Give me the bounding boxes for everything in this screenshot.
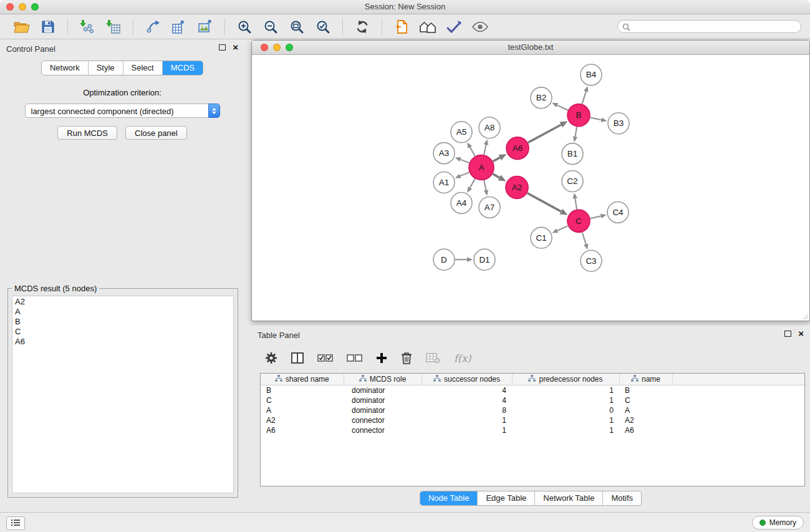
float-panel-icon[interactable] bbox=[219, 44, 226, 51]
cell-mcds-role[interactable]: connector bbox=[344, 425, 422, 435]
session-document-icon[interactable] bbox=[392, 17, 411, 37]
edge-A2-C[interactable] bbox=[528, 193, 568, 215]
graph-node-C3[interactable]: C3 bbox=[581, 250, 602, 271]
close-panel-icon[interactable]: × bbox=[798, 330, 804, 337]
cell-shared-name[interactable]: C bbox=[261, 395, 344, 405]
tab-select[interactable]: Select bbox=[123, 61, 162, 75]
open-folder-icon[interactable] bbox=[12, 17, 31, 37]
network-graph[interactable]: AA6A2BCA1A3A4A5A7A8B1B2B3B4C1C2C3C4DD1 bbox=[252, 55, 809, 321]
delete-table-icon[interactable] bbox=[426, 353, 440, 364]
cell-predecessor-nodes[interactable]: 0 bbox=[512, 405, 619, 415]
vertical-splitter[interactable] bbox=[244, 39, 251, 511]
save-icon[interactable] bbox=[39, 17, 57, 37]
cell-predecessor-nodes[interactable]: 1 bbox=[512, 425, 619, 435]
cell-predecessor-nodes[interactable]: 1 bbox=[512, 415, 619, 425]
cell-name[interactable]: A6 bbox=[619, 425, 672, 435]
graph-node-C4[interactable]: C4 bbox=[607, 201, 629, 223]
edge-A-A2[interactable] bbox=[493, 174, 506, 181]
resize-grip-icon[interactable] bbox=[803, 314, 809, 320]
edge-D-D1[interactable] bbox=[455, 257, 473, 262]
edge-A-A4[interactable] bbox=[467, 179, 475, 193]
mcds-result-item[interactable]: A2 bbox=[12, 297, 233, 307]
eye-icon[interactable] bbox=[471, 17, 489, 37]
column-header-shared-name[interactable]: shared name bbox=[261, 374, 344, 385]
table-tab-motifs[interactable]: Motifs bbox=[602, 491, 641, 505]
graph-node-B4[interactable]: B4 bbox=[581, 64, 602, 85]
cell-shared-name[interactable]: A6 bbox=[261, 425, 344, 435]
table-tab-network-table[interactable]: Network Table bbox=[534, 491, 602, 505]
graph-node-A8[interactable]: A8 bbox=[479, 117, 500, 138]
graph-node-A3[interactable]: A3 bbox=[433, 143, 455, 164]
cell-name[interactable]: C bbox=[619, 395, 672, 405]
mcds-result-item[interactable]: A bbox=[12, 307, 233, 317]
graph-node-C[interactable]: C bbox=[567, 210, 590, 232]
graph-node-C1[interactable]: C1 bbox=[531, 227, 552, 248]
column-header-mcds-role[interactable]: MCDS role bbox=[344, 374, 422, 385]
cell-predecessor-nodes[interactable]: 1 bbox=[512, 395, 619, 405]
graph-node-B3[interactable]: B3 bbox=[608, 113, 629, 134]
cell-successor-nodes[interactable]: 8 bbox=[422, 405, 512, 415]
edge-C-C1[interactable] bbox=[552, 226, 567, 233]
edge-B-B4[interactable] bbox=[582, 86, 589, 104]
column-header-successor-nodes[interactable]: successor nodes bbox=[422, 374, 512, 385]
cell-mcds-role[interactable]: dominator bbox=[344, 395, 422, 405]
cell-name[interactable]: A bbox=[619, 405, 672, 415]
cell-predecessor-nodes[interactable]: 1 bbox=[512, 385, 619, 396]
cell-shared-name[interactable]: A bbox=[261, 405, 344, 415]
zoom-selected-icon[interactable] bbox=[314, 17, 332, 37]
function-builder-icon[interactable]: f(x) bbox=[454, 352, 471, 364]
edge-C-C4[interactable] bbox=[591, 214, 607, 218]
table-row-a2[interactable]: A2connector11A2 bbox=[261, 415, 804, 425]
cell-shared-name[interactable]: A2 bbox=[261, 415, 344, 425]
horizontal-splitter[interactable] bbox=[251, 321, 810, 326]
deselect-all-icon[interactable] bbox=[347, 354, 362, 362]
memory-button[interactable]: Memory bbox=[752, 516, 804, 530]
graph-node-A7[interactable]: A7 bbox=[479, 196, 500, 218]
graph-node-A[interactable]: A bbox=[469, 155, 494, 180]
graph-node-D1[interactable]: D1 bbox=[474, 249, 495, 270]
cell-successor-nodes[interactable]: 4 bbox=[422, 385, 512, 396]
edge-A-A1[interactable] bbox=[455, 172, 470, 178]
edge-C-C3[interactable] bbox=[582, 232, 589, 249]
mcds-result-list[interactable]: A2ABCA6 bbox=[12, 296, 234, 493]
refresh-icon[interactable] bbox=[353, 17, 372, 37]
graph-node-B2[interactable]: B2 bbox=[531, 87, 552, 109]
export-network-icon[interactable] bbox=[143, 17, 162, 37]
cell-name[interactable]: B bbox=[619, 385, 672, 396]
settings-gear-icon[interactable] bbox=[265, 352, 277, 364]
edge-A-A6[interactable] bbox=[493, 154, 507, 162]
table-row-a[interactable]: Adominator80A bbox=[261, 405, 804, 415]
close-panel-button[interactable]: Close panel bbox=[125, 126, 187, 140]
graph-node-A6[interactable]: A6 bbox=[506, 137, 529, 160]
cell-mcds-role[interactable]: dominator bbox=[344, 405, 422, 415]
annotation-check-icon[interactable] bbox=[445, 17, 463, 37]
tab-mcds[interactable]: MCDS bbox=[162, 61, 203, 75]
graph-node-B[interactable]: B bbox=[567, 104, 590, 127]
table-tab-node-table[interactable]: Node Table bbox=[420, 491, 478, 505]
tab-style[interactable]: Style bbox=[88, 61, 123, 75]
toolbar-search-input[interactable] bbox=[617, 20, 801, 33]
cell-successor-nodes[interactable]: 1 bbox=[422, 415, 512, 425]
edge-B-B1[interactable] bbox=[573, 127, 577, 142]
network-canvas[interactable]: AA6A2BCA1A3A4A5A7A8B1B2B3B4C1C2C3C4DD1 bbox=[252, 55, 809, 321]
export-image-icon[interactable] bbox=[196, 17, 215, 37]
cell-shared-name[interactable]: B bbox=[261, 385, 344, 396]
criterion-dropdown[interactable]: largest connected component (directed) bbox=[25, 104, 220, 118]
zoom-out-icon[interactable] bbox=[261, 17, 280, 37]
graph-node-A1[interactable]: A1 bbox=[433, 172, 455, 193]
column-header-predecessor-nodes[interactable]: predecessor nodes bbox=[512, 374, 619, 385]
add-row-icon[interactable] bbox=[376, 352, 387, 364]
edge-A-A8[interactable] bbox=[484, 139, 488, 155]
cell-mcds-role[interactable]: connector bbox=[344, 415, 422, 425]
home-icon[interactable] bbox=[418, 17, 437, 37]
close-panel-icon[interactable]: × bbox=[233, 44, 238, 51]
run-mcds-button[interactable]: Run MCDS bbox=[57, 126, 117, 140]
table-tab-edge-table[interactable]: Edge Table bbox=[477, 491, 534, 505]
table-row-b[interactable]: Bdominator41B bbox=[261, 385, 804, 396]
mcds-result-item[interactable]: C bbox=[12, 327, 233, 337]
graph-node-C2[interactable]: C2 bbox=[562, 171, 583, 192]
select-all-icon[interactable] bbox=[317, 354, 333, 362]
columns-icon[interactable] bbox=[291, 352, 304, 364]
cell-name[interactable]: A2 bbox=[619, 415, 672, 425]
delete-row-icon[interactable] bbox=[401, 352, 412, 364]
